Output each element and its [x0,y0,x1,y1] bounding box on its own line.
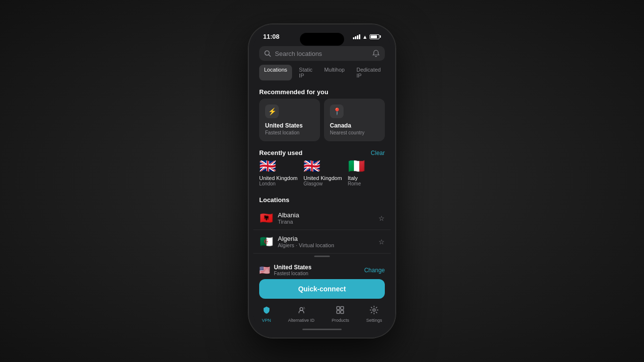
algeria-city: Algiers · Virtual location [278,242,374,248]
search-icon [264,50,271,57]
location-algeria[interactable]: 🇩🇿 Algeria Algiers · Virtual location ☆ [253,230,391,253]
quick-connect-button[interactable]: Quick-connect [259,279,385,299]
rec-us-name: United States [265,122,314,129]
recently-used-title: Recently used [259,149,302,156]
selected-location-details: United States Fastest location [274,264,312,276]
rec-card-us[interactable]: ⚡ United States Fastest location [259,99,320,141]
bell-icon[interactable] [372,50,380,57]
tabbar-vpn[interactable]: VPN [262,306,271,323]
tab-dedicated-ip[interactable]: Dedicated IP [351,65,386,80]
search-placeholder: Search locations [275,50,368,57]
uk-glasgow-city: Glasgow [303,181,322,186]
scroll-dot [314,256,330,257]
location-albania[interactable]: 🇦🇱 Albania Tirana ☆ [253,207,391,230]
svg-point-7 [373,309,376,311]
italy-country: Italy [348,175,358,181]
recommended-header: Recommended for you [253,84,391,99]
signal-icon [353,34,360,39]
status-icons: ▲ [353,34,381,40]
recent-item-uk-london[interactable]: 🇬🇧 United Kingdom London [259,159,297,186]
uk-london-country: United Kingdom [259,175,297,181]
nearest-icon: 📍 [330,104,344,118]
dynamic-island [300,33,344,46]
tab-bar: VPN Alternative ID [253,303,391,327]
app-content: Search locations Locations Static IP Mul… [253,42,391,333]
rec-ca-sub: Nearest country [330,130,379,135]
fastest-icon: ⚡ [265,104,279,118]
vpn-icon [262,306,271,317]
selected-location-info: 🇺🇸 United States Fastest location [259,264,312,276]
bottom-bar: 🇺🇸 United States Fastest location Change… [253,253,391,333]
algeria-info: Algeria Algiers · Virtual location [278,235,374,248]
search-bar[interactable]: Search locations [259,46,385,61]
home-bar [302,329,342,330]
tab-static-ip[interactable]: Static IP [294,65,318,80]
uk-london-city: London [259,181,275,186]
selected-location-bar: 🇺🇸 United States Fastest location Change [253,260,391,279]
tabbar-alt-id[interactable]: Alternative ID [288,306,315,323]
recent-item-italy[interactable]: 🇮🇹 Italy Rome [348,159,382,186]
battery-icon [370,34,381,39]
selected-location-sub: Fastest location [274,271,312,276]
alt-id-icon [297,306,306,317]
tab-locations[interactable]: Locations [259,65,292,80]
albania-favorite-icon[interactable]: ☆ [378,214,385,222]
settings-label: Settings [366,318,382,323]
scene: 11:08 ▲ [0,0,644,362]
alt-id-label: Alternative ID [288,318,315,323]
albania-city: Tirana [278,219,374,225]
svg-line-1 [269,55,271,57]
svg-rect-6 [341,310,344,313]
italy-city: Rome [348,181,361,186]
albania-name: Albania [278,211,374,219]
home-indicator [253,327,391,333]
recently-used-header: Recently used Clear [253,145,391,159]
uk-flag: 🇬🇧 [259,159,276,173]
selected-flag: 🇺🇸 [259,265,270,276]
tabbar-settings[interactable]: Settings [366,306,382,323]
algeria-flag: 🇩🇿 [259,235,273,248]
albania-flag: 🇦🇱 [259,212,273,225]
svg-rect-4 [341,307,344,310]
change-button[interactable]: Change [364,267,385,274]
tab-multihop[interactable]: Multihop [320,65,350,80]
svg-point-2 [300,308,303,310]
scroll-content[interactable]: Recommended for you ⚡ United States Fast… [253,84,391,253]
recently-used-list: 🇬🇧 United Kingdom London 🇬🇧 United Kingd… [253,159,391,192]
settings-icon [370,306,378,317]
rec-card-ca[interactable]: 📍 Canada Nearest country [324,99,385,141]
products-icon [336,306,345,317]
algeria-favorite-icon[interactable]: ☆ [378,238,385,246]
uk-flag-2: 🇬🇧 [303,159,321,173]
phone-screen: 11:08 ▲ [253,29,391,333]
vpn-label: VPN [262,318,271,323]
albania-info: Albania Tirana [278,211,374,225]
wifi-icon: ▲ [362,34,368,40]
rec-us-sub: Fastest location [265,130,314,135]
algeria-name: Algeria [278,235,374,242]
svg-rect-5 [337,310,340,313]
italy-flag: 🇮🇹 [348,159,365,173]
clear-button[interactable]: Clear [371,150,385,156]
locations-section-header: Locations [253,192,391,207]
svg-rect-3 [337,307,340,310]
selected-location-name: United States [274,264,312,271]
phone-device: 11:08 ▲ [248,24,396,338]
rec-ca-name: Canada [330,122,379,129]
status-time: 11:08 [263,33,279,40]
tabbar-products[interactable]: Products [332,306,349,323]
scroll-indicator [253,254,391,260]
products-label: Products [332,318,349,323]
tabs-container: Locations Static IP Multihop Dedicated I… [253,65,391,84]
recommended-grid: ⚡ United States Fastest location 📍 Canad… [253,99,391,145]
recent-item-uk-glasgow[interactable]: 🇬🇧 United Kingdom Glasgow [303,159,342,186]
uk-glasgow-country: United Kingdom [303,175,342,181]
